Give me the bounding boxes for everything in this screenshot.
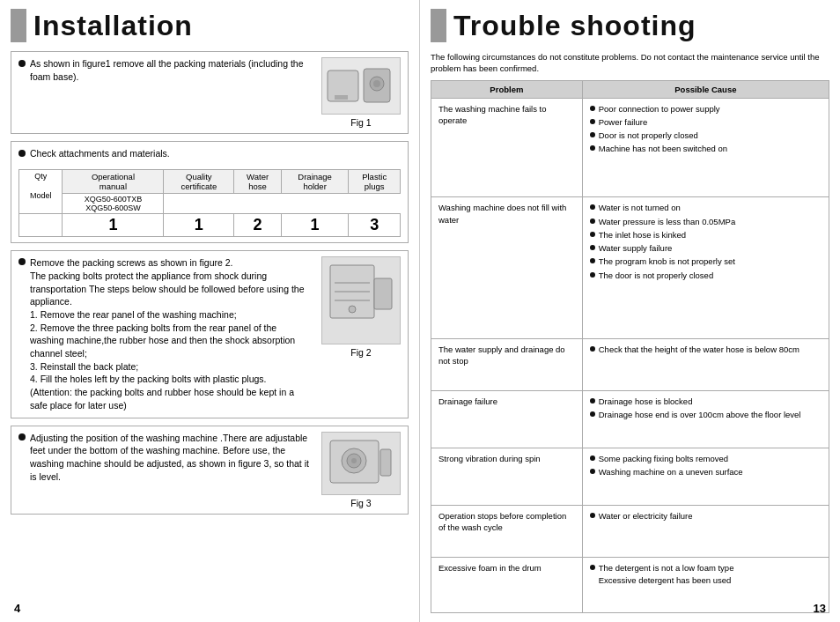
svg-point-10 [349,306,356,313]
problem-cell: The washing machine fails to operate [431,98,583,197]
install-text-2: Check attachments and materials. [30,147,401,160]
col-water-hose: Waterhose [234,169,282,193]
trouble-table: Problem Possible Cause The washing machi… [431,80,829,613]
cause-item: Water is not turned on [590,202,822,214]
col-problem-header: Problem [431,80,583,98]
cause-text: The program knob is not properly set [599,255,735,268]
trouble-row: Operation stops before completion of the… [431,505,829,557]
cause-bullet [590,106,595,111]
problem-cell: Excessive foam in the drum [431,557,583,612]
cause-item: Drainage hose end is over 100cm above th… [590,409,822,421]
cause-bullet [590,132,595,137]
val-plastic: 3 [349,213,401,237]
cause-text: The door is not properly closed [599,270,713,282]
install-text-1: As shown in figure1 remove all the packi… [30,57,314,83]
cause-item: The detergent is not a low foam type Exc… [590,562,822,588]
cause-item: Machine has not been switched on [590,143,822,155]
model-1: XQG50-600TXB [63,195,162,204]
qty-label: Qty [21,172,60,181]
cause-text: Washing machine on a uneven surface [599,466,743,478]
page-number-right: 13 [814,602,826,615]
left-page: Installation As shown in figure1 remove … [0,0,420,622]
val-op-manual: 1 [63,213,164,237]
cause-bullet [590,245,595,250]
cause-bullet [590,469,595,474]
install-block-3: Remove the packing screws as shown in fi… [11,250,409,418]
cause-item: Drainage hose is blocked [590,396,822,408]
right-page: Trouble shooting The following circumsta… [420,0,840,622]
cause-item: The door is not properly closed [590,270,822,282]
model-2: XQG50-600SW [63,204,162,212]
trouble-header: Trouble shooting [431,9,829,42]
cause-item: Water or electricity failure [590,510,822,522]
fig2-image [321,256,401,344]
cause-cell: Poor connection to power supplyPower fai… [582,98,829,197]
bullet-4 [18,433,26,441]
val-water-hose: 2 [234,213,282,237]
col-op-manual: Operationalmanual [63,169,164,193]
header-bar-right [431,9,446,42]
cause-bullet [590,258,595,263]
cause-item: Check that the height of the water hose … [590,344,822,356]
col-plastic: Plasticplugs [349,169,401,193]
cause-bullet [590,232,595,237]
cause-text: The detergent is not a low foam type Exc… [599,562,734,588]
cause-text: Water or electricity failure [599,510,693,522]
cause-bullet [590,218,595,224]
installation-title: Installation [33,10,193,42]
col-cause-header: Possible Cause [582,80,829,98]
fig1-image [321,57,401,115]
install-text-4: Adjusting the position of the washing ma… [30,432,309,484]
fig2-label: Fig 2 [350,347,371,358]
install-block-1: As shown in figure1 remove all the packi… [11,51,409,134]
header-bar [11,9,26,42]
installation-header: Installation [11,9,409,42]
install-row-1: As shown in figure1 remove all the packi… [18,57,401,128]
cause-item: Power failure [590,116,822,129]
cause-text: Poor connection to power supply [599,103,720,115]
problem-cell: Strong vibration during spin [431,448,583,505]
trouble-row: The washing machine fails to operatePoor… [431,98,829,197]
trouble-intro: The following circumstances do not const… [431,51,829,75]
cause-item: Water pressure is less than 0.05MPa [590,216,822,228]
fig3-label: Fig 3 [350,498,371,508]
cause-text: Water is not turned on [599,202,681,214]
cause-text: Drainage hose end is over 100cm above th… [599,409,801,421]
cause-text: Drainage hose is blocked [599,396,693,408]
trouble-row: Washing machine does not fill with water… [431,197,829,339]
cause-text: Door is not properly closed [599,130,698,142]
cause-text: Water supply failure [599,242,673,255]
problem-cell: Drainage failure [431,390,583,448]
cause-bullet [590,513,595,518]
cause-bullet [590,398,595,404]
cause-text: Some packing fixing bolts removed [599,453,728,465]
trouble-row: Strong vibration during spinSome packing… [431,448,829,505]
install-text-3: Remove the packing screws as shown in fi… [30,256,309,411]
cause-cell: Check that the height of the water hose … [582,338,829,390]
cause-text: The inlet hose is kinked [599,229,686,241]
cause-item: The program knob is not properly set [590,255,822,268]
install-block-4: Adjusting the position of the washing ma… [11,426,409,515]
val-quality: 1 [164,213,234,237]
col-quality: Qualitycertificate [164,169,234,193]
col-drainage: Drainageholder [281,169,348,193]
problem-cell: Washing machine does not fill with water [431,197,583,339]
cause-item: Poor connection to power supply [590,103,822,115]
cause-item: Water supply failure [590,242,822,255]
cause-item: Door is not properly closed [590,130,822,142]
svg-point-3 [373,80,380,87]
fig3-image [321,432,401,495]
val-drainage: 1 [281,213,348,237]
bullet-3 [18,258,26,265]
svg-rect-4 [335,95,348,100]
cause-cell: The detergent is not a low foam type Exc… [582,557,829,612]
cause-item: The inlet hose is kinked [590,229,822,241]
install-block-2: Check attachments and materials. Qty Mod… [11,141,409,243]
cause-bullet [590,119,595,124]
svg-point-14 [351,458,357,463]
svg-rect-6 [374,278,392,309]
cause-bullet [590,455,595,461]
install-row-4: Adjusting the position of the washing ma… [18,432,401,508]
cause-bullet [590,346,595,352]
cause-text: Power failure [599,116,647,129]
